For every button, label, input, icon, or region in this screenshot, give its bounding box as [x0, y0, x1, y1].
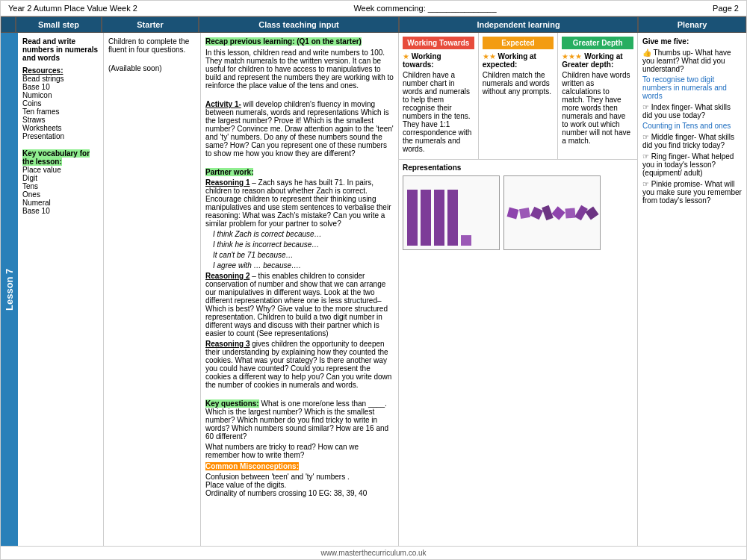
key-questions-label: Key questions:	[205, 399, 259, 408]
sc-block-2	[518, 207, 530, 218]
key-questions2: What numbers are tricky to read? How can…	[205, 443, 394, 459]
independent-header: Independent learning	[399, 16, 638, 33]
lesson-label: Lesson 7	[1, 33, 18, 546]
page-container: Year 2 Autumn Place Value Week 2 Week co…	[0, 0, 747, 560]
vocab-place-value: Place value	[22, 166, 61, 174]
vocab-base10: Base 10	[22, 207, 50, 215]
rep-images	[403, 175, 633, 250]
small-step-column: Read and write numbers in numerals and w…	[18, 33, 104, 546]
greater-depth-header: Greater Depth	[562, 37, 633, 49]
ring-label: ☞ Ring finger-	[642, 152, 689, 161]
stem4: I agree with … because….	[213, 261, 394, 270]
footer-text: www.masterthecurriculum.co.uk	[320, 549, 426, 557]
middle-label: ☞ Middle finger-	[642, 133, 696, 141]
reasoning3-label: Reasoning 3	[205, 340, 249, 348]
reasoning1-label: Reasoning 1	[205, 178, 249, 187]
recap-label: Recap previous learning: (Q1 on the star…	[205, 37, 362, 46]
reasoning2-text: – this enables children to consider cons…	[205, 272, 388, 337]
week-commencing: Week commencing: _______________	[353, 4, 496, 13]
plenary-blue1: To recognise two digit numbers in numera…	[642, 75, 742, 100]
independent-top: Working Towards ★ Working towards: Child…	[399, 33, 637, 160]
plenary-header: Plenary	[638, 16, 746, 33]
expected-col: Expected ★★ Working at expected: Childre…	[479, 33, 559, 159]
resource-worksheets: Worksheets	[22, 124, 62, 132]
resources-section: Resources: Bead strings Base 10 Numicon …	[22, 66, 99, 140]
starter-main: Children to complete the fluent in four …	[108, 37, 196, 54]
misconceptions-label: Common Misconceptions:	[205, 462, 299, 470]
index-label: ☞ Index finger-	[642, 103, 692, 111]
starter-note: (Available soon)	[108, 64, 196, 72]
teaching-column: Recap previous learning: (Q1 on the star…	[201, 33, 399, 546]
plenary-blue2: Counting in Tens and ones	[642, 122, 742, 130]
starter-header: Starter	[102, 16, 199, 33]
resource-base10: Base 10	[22, 83, 50, 91]
header-row: Small step Starter Class teaching input …	[1, 16, 746, 33]
thumbs-label: 👍 Thumbs up-	[642, 49, 693, 57]
teaching-header: Class teaching input	[199, 16, 399, 33]
scattered-blocks	[508, 206, 597, 220]
lesson-col-header	[1, 16, 16, 33]
pinkie-label: ☞ Pinkie promise-	[642, 180, 703, 188]
stem3: It can't be 71 because…	[213, 251, 394, 259]
working-towards-header: Working Towards	[403, 37, 474, 49]
activity1-text: will develop children's fluency in movin…	[205, 100, 394, 158]
starter-column: Children to complete the fluent in four …	[104, 33, 201, 546]
expected-header: Expected	[483, 37, 554, 49]
reasoning2-label: Reasoning 2	[205, 272, 249, 280]
representations-label: Representations	[403, 164, 633, 172]
resource-straws: Straws	[22, 116, 46, 124]
plenary-column: Give me five: 👍 Thumbs up- What have you…	[638, 33, 746, 546]
year-label: Year 2 Autumn Place Value Week 2	[8, 4, 137, 13]
misconceptions-text: Confusion between 'teen' and 'ty' number…	[205, 473, 394, 497]
resource-bead: Bead strings	[22, 75, 64, 83]
stem1: I think Zach is correct because…	[213, 230, 394, 238]
independent-column: Working Towards ★ Working towards: Child…	[399, 33, 638, 546]
resource-presentation: Presentation	[22, 132, 64, 140]
vocab-numeral: Numeral	[22, 199, 51, 207]
key-vocab-section: Key vocabulary for the lesson: Place val…	[22, 149, 99, 215]
block-tall-1	[407, 190, 418, 246]
resources-label: Resources:	[22, 66, 63, 75]
block-tall-3	[434, 190, 444, 246]
stem2: I think he is incorrect because…	[213, 240, 394, 249]
small-step-title: Read and write numbers in numerals and w…	[22, 37, 98, 62]
greater-depth-col: Greater Depth ★★★ Working at Greater dep…	[558, 33, 637, 159]
expected-text: Children match the numerals and words wi…	[483, 71, 554, 96]
working-text: Children have a number chart in words an…	[403, 71, 474, 153]
key-vocab-label: Key vocabulary for the lesson:	[22, 149, 90, 166]
main-content: Lesson 7 Read and write numbers in numer…	[1, 33, 746, 546]
page-number: Page 2	[713, 4, 739, 13]
sc-block-3	[530, 206, 542, 219]
top-bar: Year 2 Autumn Place Value Week 2 Week co…	[1, 1, 746, 16]
plenary-intro: Give me five:	[642, 37, 689, 46]
block-small-1	[461, 235, 471, 246]
resource-numicon: Numicon	[22, 91, 52, 99]
sc-block-1	[506, 207, 518, 219]
greater-text: Children have words written as calculati…	[562, 71, 633, 145]
vocab-tens: Tens	[22, 182, 38, 190]
representations-area: Representations	[399, 160, 637, 546]
resource-coins: Coins	[22, 99, 42, 108]
resource-tenframes: Ten frames	[22, 108, 59, 116]
footer: www.masterthecurriculum.co.uk	[1, 546, 746, 559]
rep-box-2	[503, 175, 601, 250]
rep-box-1	[403, 175, 500, 250]
vocab-digit: Digit	[22, 174, 37, 182]
vocab-ones: Ones	[22, 190, 40, 199]
partner-work-label: Partner work:	[205, 168, 253, 176]
teaching-intro: In this lesson, children read and write …	[205, 49, 394, 90]
block-tall-4	[447, 190, 458, 246]
working-towards-col: Working Towards ★ Working towards: Child…	[399, 33, 479, 159]
block-tall-2	[421, 190, 431, 246]
activity1-label: Activity 1-	[205, 100, 241, 108]
small-step-header: Small step	[16, 16, 102, 33]
